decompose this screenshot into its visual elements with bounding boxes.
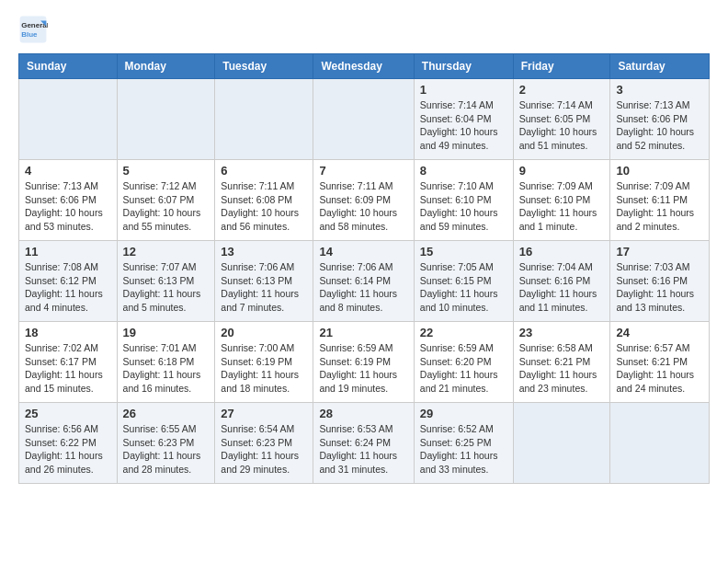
day-info: Sunrise: 7:13 AM Sunset: 6:06 PM Dayligh… (616, 98, 703, 153)
day-number: 28 (319, 407, 407, 420)
day-cell: 27Sunrise: 6:54 AM Sunset: 6:23 PM Dayli… (215, 403, 313, 484)
day-info: Sunrise: 7:00 AM Sunset: 6:19 PM Dayligh… (221, 341, 307, 396)
day-cell: 14Sunrise: 7:06 AM Sunset: 6:14 PM Dayli… (313, 241, 414, 322)
svg-text:Blue: Blue (21, 30, 38, 39)
day-cell: 2Sunrise: 7:14 AM Sunset: 6:05 PM Daylig… (513, 79, 610, 160)
header-row: SundayMondayTuesdayWednesdayThursdayFrid… (19, 54, 710, 79)
day-number: 12 (123, 245, 210, 259)
day-info: Sunrise: 6:53 AM Sunset: 6:24 PM Dayligh… (319, 422, 407, 477)
day-cell: 26Sunrise: 6:55 AM Sunset: 6:23 PM Dayli… (117, 403, 215, 484)
day-number: 11 (25, 245, 111, 259)
logo-icon: General Blue (18, 15, 48, 44)
day-cell: 4Sunrise: 7:13 AM Sunset: 6:06 PM Daylig… (19, 160, 118, 241)
day-number: 6 (221, 164, 307, 178)
day-cell: 28Sunrise: 6:53 AM Sunset: 6:24 PM Dayli… (313, 403, 414, 484)
day-number: 21 (319, 326, 407, 339)
day-info: Sunrise: 7:10 AM Sunset: 6:10 PM Dayligh… (420, 179, 507, 234)
day-info: Sunrise: 7:14 AM Sunset: 6:04 PM Dayligh… (420, 98, 507, 153)
day-number: 19 (123, 326, 210, 339)
day-number: 29 (420, 407, 507, 420)
day-info: Sunrise: 6:57 AM Sunset: 6:21 PM Dayligh… (616, 341, 703, 396)
day-number: 13 (221, 245, 307, 259)
header-wednesday: Wednesday (313, 54, 414, 79)
day-number: 22 (420, 326, 507, 339)
day-number: 1 (420, 83, 507, 97)
calendar-table: SundayMondayTuesdayWednesdayThursdayFrid… (18, 53, 710, 484)
header-sunday: Sunday (19, 54, 118, 79)
day-info: Sunrise: 7:07 AM Sunset: 6:13 PM Dayligh… (123, 260, 210, 315)
day-info: Sunrise: 7:06 AM Sunset: 6:14 PM Dayligh… (319, 260, 407, 315)
day-info: Sunrise: 6:56 AM Sunset: 6:22 PM Dayligh… (25, 422, 111, 477)
logo: General Blue (18, 15, 51, 44)
day-number: 15 (420, 245, 507, 259)
header-monday: Monday (117, 54, 215, 79)
day-info: Sunrise: 7:14 AM Sunset: 6:05 PM Dayligh… (519, 98, 605, 153)
day-cell: 23Sunrise: 6:58 AM Sunset: 6:21 PM Dayli… (513, 322, 610, 403)
day-info: Sunrise: 7:09 AM Sunset: 6:11 PM Dayligh… (616, 179, 703, 234)
day-number: 20 (221, 326, 307, 339)
day-info: Sunrise: 6:54 AM Sunset: 6:23 PM Dayligh… (221, 422, 307, 477)
day-cell: 5Sunrise: 7:12 AM Sunset: 6:07 PM Daylig… (117, 160, 215, 241)
day-cell: 17Sunrise: 7:03 AM Sunset: 6:16 PM Dayli… (610, 241, 710, 322)
day-number: 4 (25, 164, 111, 178)
day-cell: 29Sunrise: 6:52 AM Sunset: 6:25 PM Dayli… (414, 403, 513, 484)
day-cell: 6Sunrise: 7:11 AM Sunset: 6:08 PM Daylig… (215, 160, 313, 241)
day-cell: 9Sunrise: 7:09 AM Sunset: 6:10 PM Daylig… (513, 160, 610, 241)
day-cell (610, 403, 710, 484)
day-info: Sunrise: 7:11 AM Sunset: 6:08 PM Dayligh… (221, 179, 307, 234)
day-info: Sunrise: 6:58 AM Sunset: 6:21 PM Dayligh… (519, 341, 605, 396)
day-info: Sunrise: 6:52 AM Sunset: 6:25 PM Dayligh… (420, 422, 507, 477)
day-cell (215, 79, 313, 160)
day-number: 14 (319, 245, 407, 259)
day-cell: 8Sunrise: 7:10 AM Sunset: 6:10 PM Daylig… (414, 160, 513, 241)
day-cell (117, 79, 215, 160)
header-saturday: Saturday (610, 54, 710, 79)
day-info: Sunrise: 7:11 AM Sunset: 6:09 PM Dayligh… (319, 179, 407, 234)
header-thursday: Thursday (414, 54, 513, 79)
day-cell: 22Sunrise: 6:59 AM Sunset: 6:20 PM Dayli… (414, 322, 513, 403)
day-number: 23 (519, 326, 605, 339)
day-number: 17 (616, 245, 703, 259)
day-info: Sunrise: 7:12 AM Sunset: 6:07 PM Dayligh… (123, 179, 210, 234)
day-number: 10 (616, 164, 703, 178)
day-cell (19, 79, 118, 160)
header-tuesday: Tuesday (215, 54, 313, 79)
day-cell: 18Sunrise: 7:02 AM Sunset: 6:17 PM Dayli… (19, 322, 118, 403)
day-info: Sunrise: 7:13 AM Sunset: 6:06 PM Dayligh… (25, 179, 111, 234)
day-number: 25 (25, 407, 111, 420)
day-number: 27 (221, 407, 307, 420)
day-info: Sunrise: 7:05 AM Sunset: 6:15 PM Dayligh… (420, 260, 507, 315)
day-info: Sunrise: 6:59 AM Sunset: 6:19 PM Dayligh… (319, 341, 407, 396)
day-cell: 13Sunrise: 7:06 AM Sunset: 6:13 PM Dayli… (215, 241, 313, 322)
day-cell: 10Sunrise: 7:09 AM Sunset: 6:11 PM Dayli… (610, 160, 710, 241)
week-row-2: 4Sunrise: 7:13 AM Sunset: 6:06 PM Daylig… (19, 160, 710, 241)
day-info: Sunrise: 6:59 AM Sunset: 6:20 PM Dayligh… (420, 341, 507, 396)
day-info: Sunrise: 7:03 AM Sunset: 6:16 PM Dayligh… (616, 260, 703, 315)
day-cell (513, 403, 610, 484)
day-info: Sunrise: 6:55 AM Sunset: 6:23 PM Dayligh… (123, 422, 210, 477)
day-cell: 24Sunrise: 6:57 AM Sunset: 6:21 PM Dayli… (610, 322, 710, 403)
day-cell: 19Sunrise: 7:01 AM Sunset: 6:18 PM Dayli… (117, 322, 215, 403)
day-number: 2 (519, 83, 605, 97)
day-cell: 12Sunrise: 7:07 AM Sunset: 6:13 PM Dayli… (117, 241, 215, 322)
day-number: 7 (319, 164, 407, 178)
day-info: Sunrise: 7:09 AM Sunset: 6:10 PM Dayligh… (519, 179, 605, 234)
day-number: 8 (420, 164, 507, 178)
day-info: Sunrise: 7:02 AM Sunset: 6:17 PM Dayligh… (25, 341, 111, 396)
day-number: 18 (25, 326, 111, 339)
header-friday: Friday (513, 54, 610, 79)
day-cell: 25Sunrise: 6:56 AM Sunset: 6:22 PM Dayli… (19, 403, 118, 484)
week-row-5: 25Sunrise: 6:56 AM Sunset: 6:22 PM Dayli… (19, 403, 710, 484)
day-cell: 21Sunrise: 6:59 AM Sunset: 6:19 PM Dayli… (313, 322, 414, 403)
day-info: Sunrise: 7:06 AM Sunset: 6:13 PM Dayligh… (221, 260, 307, 315)
week-row-1: 1Sunrise: 7:14 AM Sunset: 6:04 PM Daylig… (19, 79, 710, 160)
day-number: 26 (123, 407, 210, 420)
day-cell: 20Sunrise: 7:00 AM Sunset: 6:19 PM Dayli… (215, 322, 313, 403)
day-cell: 1Sunrise: 7:14 AM Sunset: 6:04 PM Daylig… (414, 79, 513, 160)
week-row-3: 11Sunrise: 7:08 AM Sunset: 6:12 PM Dayli… (19, 241, 710, 322)
header: General Blue (18, 15, 710, 44)
day-number: 3 (616, 83, 703, 97)
week-row-4: 18Sunrise: 7:02 AM Sunset: 6:17 PM Dayli… (19, 322, 710, 403)
day-info: Sunrise: 7:04 AM Sunset: 6:16 PM Dayligh… (519, 260, 605, 315)
day-number: 24 (616, 326, 703, 339)
